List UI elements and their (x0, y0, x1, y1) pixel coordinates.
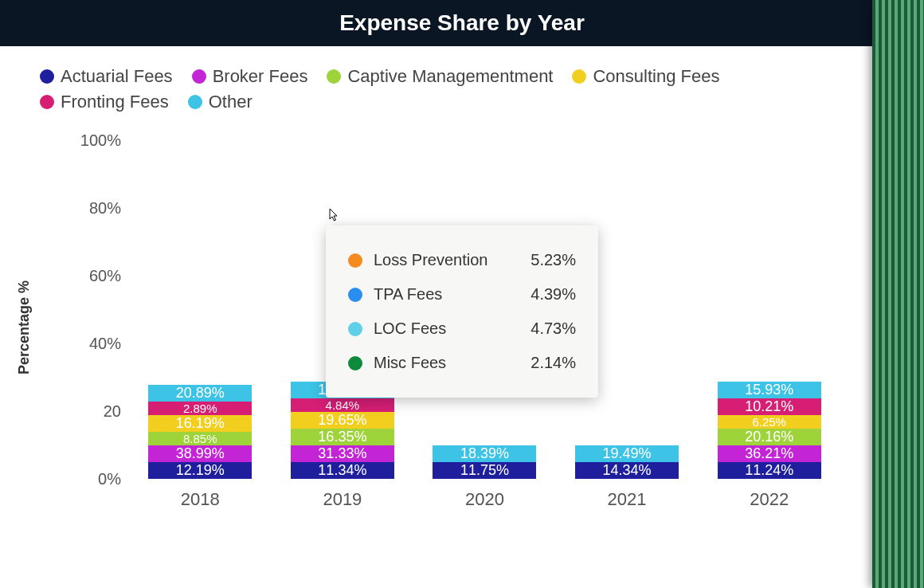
segment-actuarial-fees[interactable]: 11.34% (291, 462, 394, 479)
y-axis-label: Percentage % (16, 280, 33, 374)
segment-captive-managementment[interactable]: 20.16% (718, 429, 821, 445)
broker-swatch (192, 69, 206, 84)
y-tick: 100% (65, 131, 121, 150)
legend-item-actuarial[interactable]: Actuarial Fees (40, 66, 173, 87)
x-tick: 2020 (433, 483, 536, 515)
segment-other[interactable]: 20.89% (148, 385, 252, 402)
right-decorative-strip (872, 0, 924, 588)
segment-broker-fees[interactable]: 31.33% (291, 445, 394, 462)
segment-value-label: 6.25% (752, 415, 786, 429)
y-tick: 80% (65, 199, 121, 218)
segment-fronting-fees[interactable]: 4.84% (291, 398, 394, 412)
tooltip-row-tpa: TPA Fees4.39% (348, 277, 576, 312)
segment-value-label: 11.34% (318, 462, 366, 479)
tooltip-label: TPA Fees (374, 285, 509, 304)
segment-value-label: 19.65% (318, 412, 366, 429)
other-swatch (188, 95, 202, 109)
segment-actuarial-fees[interactable]: 11.24% (718, 462, 821, 479)
bar-column-2021[interactable]: 14.34%19.49% (575, 445, 679, 479)
segment-value-label: 16.19% (176, 415, 225, 432)
tooltip: Loss Prevention5.23%TPA Fees4.39%LOC Fee… (326, 225, 598, 398)
legend-item-other[interactable]: Other (188, 92, 253, 112)
segment-actuarial-fees[interactable]: 14.34% (575, 462, 679, 479)
legend-label: Captive Managementment (347, 66, 553, 87)
segment-fronting-fees[interactable]: 2.89% (148, 402, 252, 415)
x-axis: 20182019202020212022 (129, 483, 840, 515)
tooltip-row-loc: LOC Fees4.73% (348, 312, 576, 346)
segment-value-label: 10.21% (745, 398, 793, 415)
bar-column-2022[interactable]: 11.24%36.21%20.16%6.25%10.21%15.93% (718, 382, 821, 479)
segment-other[interactable]: 15.93% (718, 382, 821, 398)
legend-label: Broker Fees (213, 66, 308, 87)
segment-fronting-fees[interactable]: 10.21% (718, 398, 821, 415)
y-tick: 20 (65, 402, 121, 421)
fronting-swatch (40, 95, 54, 109)
consulting-swatch (572, 69, 586, 84)
segment-value-label: 15.93% (745, 382, 793, 398)
y-axis: 0%2040%60%80%100% (65, 140, 121, 479)
legend-item-broker[interactable]: Broker Fees (192, 66, 308, 87)
legend: Actuarial FeesBroker FeesCaptive Managem… (40, 66, 848, 112)
y-tick: 60% (65, 267, 121, 285)
legend-label: Consulting Fees (593, 66, 719, 87)
segment-value-label: 12.19% (176, 462, 225, 479)
segment-value-label: 20.89% (176, 385, 225, 402)
title-bar: Expense Share by Year (0, 0, 924, 46)
legend-item-captive[interactable]: Captive Managementment (327, 66, 553, 87)
tooltip-label: Misc Fees (374, 354, 509, 372)
segment-value-label: 14.34% (603, 462, 652, 479)
segment-value-label: 11.24% (745, 462, 793, 479)
tooltip-row-misc: Misc Fees2.14% (348, 346, 576, 380)
segment-broker-fees[interactable]: 38.99% (148, 445, 252, 462)
bar-column-2018[interactable]: 12.19%38.99%8.85%16.19%2.89%20.89% (148, 385, 252, 479)
segment-broker-fees[interactable]: 36.21% (718, 445, 821, 462)
y-tick: 40% (65, 335, 121, 353)
legend-item-fronting[interactable]: Fronting Fees (40, 92, 169, 112)
tooltip-value: 4.73% (520, 319, 576, 338)
segment-value-label: 2.89% (183, 402, 217, 415)
segment-captive-managementment[interactable]: 8.85% (148, 432, 252, 445)
actuarial-swatch (40, 69, 54, 84)
stacked-bar: 11.75%18.39% (433, 445, 536, 479)
segment-value-label: 18.39% (460, 445, 509, 462)
x-tick: 2018 (148, 483, 252, 515)
segment-value-label: 38.99% (176, 445, 225, 462)
legend-item-consulting[interactable]: Consulting Fees (572, 66, 719, 87)
segment-value-label: 16.35% (318, 429, 366, 445)
segment-value-label: 4.84% (326, 398, 360, 412)
segment-value-label: 19.49% (603, 445, 652, 462)
segment-other[interactable]: 18.39% (433, 445, 536, 462)
loss_prevention-swatch (348, 253, 362, 268)
segment-consulting-fees[interactable]: 19.65% (291, 412, 394, 429)
segment-consulting-fees[interactable]: 16.19% (148, 415, 252, 432)
segment-actuarial-fees[interactable]: 12.19% (148, 462, 252, 479)
captive-swatch (327, 69, 341, 84)
loc-swatch (348, 322, 362, 336)
stacked-bar: 11.24%36.21%20.16%6.25%10.21%15.93% (718, 382, 821, 479)
segment-captive-managementment[interactable]: 16.35% (291, 429, 394, 445)
segment-actuarial-fees[interactable]: 11.75% (433, 462, 536, 479)
chart-title: Expense Share by Year (339, 10, 585, 36)
legend-label: Other (209, 92, 253, 112)
segment-value-label: 20.16% (745, 429, 793, 445)
segment-value-label: 11.75% (460, 462, 509, 479)
segment-value-label: 31.33% (318, 445, 366, 462)
segment-consulting-fees[interactable]: 6.25% (718, 415, 821, 429)
x-tick: 2019 (291, 483, 394, 515)
tooltip-value: 5.23% (520, 251, 576, 269)
tpa-swatch (348, 288, 362, 302)
tooltip-label: LOC Fees (374, 319, 509, 338)
y-tick: 0% (65, 470, 121, 488)
tooltip-value: 4.39% (520, 285, 576, 304)
legend-label: Actuarial Fees (61, 66, 173, 87)
segment-other[interactable]: 19.49% (575, 445, 679, 462)
tooltip-value: 2.14% (520, 354, 576, 372)
x-tick: 2021 (575, 483, 679, 515)
legend-label: Fronting Fees (61, 92, 169, 112)
tooltip-label: Loss Prevention (374, 251, 509, 269)
bar-column-2020[interactable]: 11.75%18.39% (433, 445, 536, 479)
stacked-bar: 12.19%38.99%8.85%16.19%2.89%20.89% (148, 385, 252, 479)
stacked-bar: 14.34%19.49% (575, 445, 679, 479)
segment-value-label: 36.21% (745, 445, 793, 462)
x-tick: 2022 (718, 483, 821, 515)
